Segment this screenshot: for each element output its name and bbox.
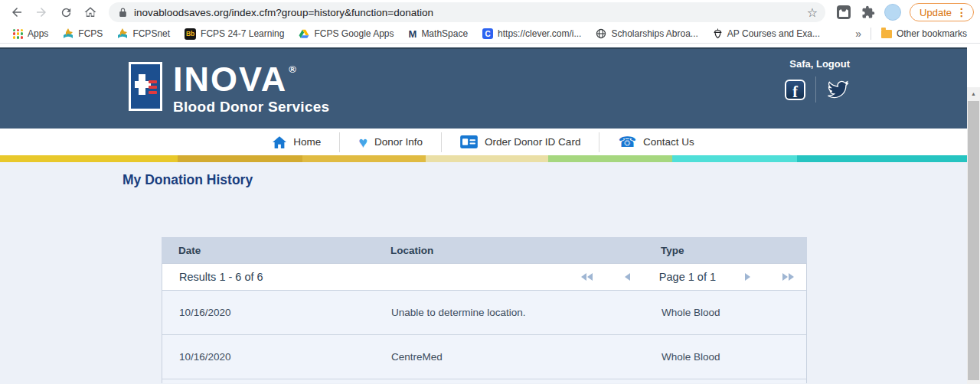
reload-icon — [60, 6, 73, 19]
table-row: 10/16/2020 Unable to determine location.… — [162, 291, 806, 335]
browser-menu-icon[interactable]: ⋮ — [956, 6, 967, 18]
cell-location: Unable to determine location. — [374, 307, 645, 318]
nav-order-donor-id-card[interactable]: Order Donor ID Card — [441, 132, 599, 152]
table-row: 10/16/2020 CentreMed Whole Blood — [162, 335, 806, 379]
twitter-icon[interactable] — [826, 80, 850, 99]
bookmark-apps[interactable]: Apps — [9, 28, 52, 39]
bookmark-ap-courses[interactable]: AP Courses and Exa... — [709, 28, 824, 39]
reload-button[interactable] — [55, 2, 77, 23]
address-bar[interactable]: inovabloodsaves.org/index.cfm?group=hist… — [109, 2, 825, 22]
cell-location: CentreMed — [374, 351, 645, 363]
page-title: My Donation History — [122, 172, 253, 188]
stripe-segment — [672, 155, 797, 162]
bookmark-fcps-247[interactable]: Bb FCPS 24-7 Learning — [181, 28, 288, 40]
social-divider — [815, 76, 816, 103]
bookmark-clever[interactable]: C https://clever.com/i... — [479, 28, 585, 39]
extension-cat-button[interactable] — [833, 2, 854, 23]
page-content: My Donation History Date Location Type R… — [0, 162, 967, 384]
previous-page-button[interactable] — [622, 270, 633, 284]
home-icon — [83, 5, 97, 19]
folder-icon — [881, 30, 892, 38]
bookmarks-bar: Apps FCPS FCPSnet Bb FCPS 24-7 Learning … — [0, 24, 980, 44]
back-icon — [10, 5, 24, 19]
apps-grid-icon — [13, 29, 23, 39]
stripe-segment — [548, 155, 672, 162]
forward-icon — [34, 5, 48, 19]
pagination-row: Results 1 - 6 of 6 Page 1 of 1 — [162, 263, 807, 291]
drive-icon — [299, 29, 309, 39]
bookmark-fcps[interactable]: FCPS — [59, 28, 106, 39]
home-button[interactable] — [80, 2, 101, 23]
acorn-icon — [713, 28, 723, 39]
facebook-icon[interactable]: f — [785, 80, 805, 100]
first-page-button[interactable] — [578, 270, 596, 284]
update-button[interactable]: Update ⋮ — [910, 3, 974, 21]
update-label: Update — [920, 7, 952, 18]
mathspace-icon: M — [409, 28, 417, 40]
site-header: INOVA ® Blood Donor Services Safa, Logou… — [0, 47, 967, 129]
back-button[interactable] — [6, 2, 28, 23]
table-body: 10/16/2020 Unable to determine location.… — [162, 291, 807, 383]
avatar — [884, 4, 901, 21]
lock-icon — [118, 8, 128, 18]
page-viewport: INOVA ® Blood Donor Services Safa, Logou… — [0, 44, 980, 384]
site-nav: Home ♥ Donor Info Order Donor ID Card ☎ … — [0, 129, 967, 155]
bookmark-fcpsnet[interactable]: FCPSnet — [113, 28, 174, 39]
other-bookmarks-button[interactable]: Other bookmarks — [877, 28, 971, 39]
forward-button[interactable] — [31, 2, 52, 23]
heart-icon: ♥ — [358, 135, 368, 150]
clever-icon: C — [482, 28, 493, 39]
page-indicator: Page 1 of 1 — [659, 271, 716, 283]
scrollbar-up-button[interactable]: ▲ — [967, 87, 980, 99]
nav-donor-info[interactable]: ♥ Donor Info — [339, 132, 441, 152]
inova-logo[interactable]: INOVA ® Blood Donor Services — [129, 62, 330, 116]
accent-stripe — [0, 155, 967, 162]
column-header-location: Location — [374, 245, 644, 256]
nav-contact-us[interactable]: ☎ Contact Us — [599, 132, 712, 152]
globe-icon — [596, 28, 606, 39]
cell-type: Whole Blood — [645, 307, 806, 318]
logo-subtitle: Blood Donor Services — [173, 99, 330, 116]
donation-history-table: Date Location Type Results 1 - 6 of 6 Pa… — [162, 237, 807, 383]
table-header-row: Date Location Type — [162, 237, 807, 263]
blackboard-icon: Bb — [185, 28, 196, 40]
inova-logo-mark — [129, 62, 162, 111]
bookmark-scholarships[interactable]: Scholarships Abroa... — [592, 28, 701, 39]
stripe-segment — [0, 155, 178, 162]
last-page-button[interactable] — [779, 270, 797, 284]
table-row-partial — [162, 379, 806, 383]
user-logout-link[interactable]: Safa, Logout — [789, 58, 850, 70]
browser-toolbar: inovabloodsaves.org/index.cfm?group=hist… — [0, 0, 980, 24]
bookmark-mathspace[interactable]: M MathSpace — [405, 28, 472, 40]
scrollbar-thumb[interactable] — [968, 101, 979, 380]
logo-registered-mark: ® — [289, 64, 298, 96]
bookmarks-overflow-button[interactable]: » — [852, 28, 864, 40]
bookmark-star-icon[interactable]: ☆ — [807, 5, 818, 20]
stripe-segment — [178, 155, 302, 162]
page-scrollbar[interactable]: ▲ — [967, 87, 980, 384]
phone-icon: ☎ — [618, 135, 636, 149]
column-header-type: Type — [644, 245, 807, 256]
stripe-segment — [302, 155, 426, 162]
bookmarks-divider — [871, 28, 871, 40]
stripe-segment — [426, 155, 549, 162]
nav-home[interactable]: Home — [254, 132, 339, 152]
url-text: inovabloodsaves.org/index.cfm?group=hist… — [134, 7, 807, 18]
results-count: Results 1 - 6 of 6 — [179, 271, 263, 283]
fcps-icon — [117, 28, 128, 39]
profile-button[interactable] — [882, 2, 903, 23]
puzzle-icon — [861, 5, 875, 19]
cell-date: 10/16/2020 — [162, 351, 374, 363]
cell-type: Whole Blood — [645, 351, 806, 363]
cell-date: 10/16/2020 — [162, 307, 374, 318]
stripe-segment — [797, 155, 967, 162]
fcps-icon — [63, 28, 74, 39]
logo-title: INOVA — [173, 62, 287, 96]
cat-extension-icon — [837, 5, 851, 19]
extensions-button[interactable] — [858, 2, 879, 23]
column-header-date: Date — [162, 245, 374, 256]
id-card-icon — [460, 135, 478, 148]
home-nav-icon — [273, 136, 286, 148]
bookmark-google-apps[interactable]: FCPS Google Apps — [295, 28, 397, 39]
next-page-button[interactable] — [742, 270, 753, 284]
